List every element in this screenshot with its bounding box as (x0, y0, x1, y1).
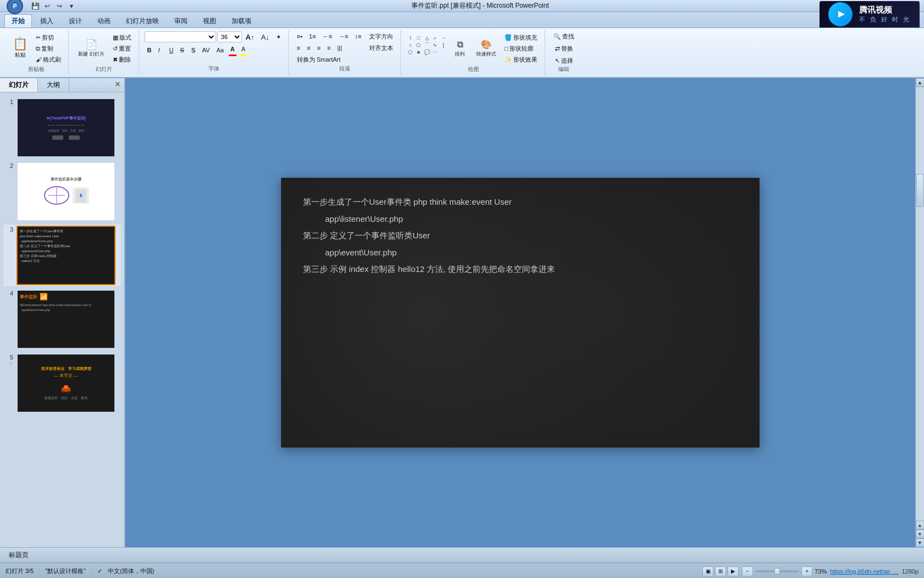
normal-view-button[interactable]: ▣ (702, 566, 713, 576)
slide-thumb-2[interactable]: 事件监听基本步骤 👤 (16, 162, 116, 221)
zoom-in-button[interactable]: + (801, 566, 812, 576)
shape-wavy[interactable]: ∿ (431, 42, 439, 48)
align-left-button[interactable]: ≡ (294, 43, 303, 53)
shape-line[interactable]: \ (406, 35, 414, 41)
slide-thumb-5[interactable]: 技术改变命运 学习成就梦想 — 本节完 — 新建监听 知识 实战 案例 (16, 353, 116, 413)
shape-more[interactable]: ⋯ (431, 49, 439, 56)
slide-item-1[interactable]: 1 ★{ThinkPHP事件监听} — — — — — — — — — 新建监听… (3, 97, 121, 159)
scroll-up-button[interactable]: ▲ (916, 78, 925, 87)
smartart-button[interactable]: 转换为 SmartArt (294, 54, 343, 64)
font-name-select[interactable] (145, 31, 216, 42)
font-color-button[interactable]: A (228, 44, 238, 54)
slide-item-5[interactable]: 5 ☆ 技术改变命运 学习成就梦想 — 本节完 — 新建监听 知识 实战 案例 (3, 352, 121, 414)
slide-info: 幻灯片 3/5 (6, 567, 34, 575)
slide-item-4[interactable]: 4 事件监听 📶 #[EventListener("app.think.make… (3, 288, 121, 350)
shape-brace[interactable]: { (439, 42, 447, 48)
align-text-button[interactable]: 对齐文本 (366, 43, 396, 53)
replace-button[interactable]: ⇄ 替换 (552, 43, 576, 53)
strikethrough-button[interactable]: S (178, 45, 188, 55)
highlight-button[interactable]: A (239, 44, 248, 54)
tab-insert[interactable]: 插入 (33, 14, 61, 28)
indent-less-button[interactable]: ←≡ (320, 31, 334, 41)
slide-thumb-3[interactable]: 第一步生成了一个User事件类 php think make:event Use… (16, 226, 116, 285)
format-painter-button[interactable]: 🖌 格式刷 (33, 54, 64, 64)
slideshow-button[interactable]: ▶ (728, 566, 739, 576)
shape-hexagon[interactable]: ⬡ (406, 49, 414, 56)
indent-more-button[interactable]: →≡ (336, 31, 351, 41)
increase-font-button[interactable]: A↑ (243, 32, 257, 42)
zoom-slider[interactable] (755, 570, 799, 572)
more-quick-btn[interactable]: ▾ (66, 1, 77, 12)
select-button[interactable]: ↖ 选择 (552, 56, 576, 66)
shape-rect[interactable]: □ (415, 35, 422, 41)
bottom-url[interactable]: https://log.b5dn.net/qq_... (830, 568, 898, 575)
line-spacing-button[interactable]: ↕≡ (352, 31, 364, 41)
shape-fill-button[interactable]: 🪣 形状填充 (502, 32, 540, 42)
shape-curve[interactable]: ⌒ (423, 42, 431, 48)
scrollbar-track[interactable] (916, 87, 924, 521)
shape-arrow[interactable]: → (439, 35, 447, 41)
slide-item-2[interactable]: 2 事件监听基本步骤 👤 (3, 161, 121, 222)
slide-thumb-1[interactable]: ★{ThinkPHP事件监听} — — — — — — — — — 新建监听 知… (16, 98, 116, 157)
change-case-button[interactable]: Aa (213, 45, 226, 55)
italic-button[interactable]: I (156, 45, 166, 55)
columns-button[interactable]: ||| (334, 43, 345, 53)
shape-callout[interactable]: 💬 (423, 49, 431, 56)
align-right-button[interactable]: ≡ (314, 43, 323, 53)
reset-button[interactable]: ↺ 重置 (110, 43, 134, 53)
layout-button[interactable]: ▦ 版式 (110, 32, 134, 42)
tab-animation[interactable]: 动画 (90, 14, 118, 28)
tab-slideshow[interactable]: 幻灯片放映 (119, 14, 166, 28)
redo-quick-btn[interactable]: ↪ (54, 1, 65, 12)
cut-button[interactable]: ✂ 剪切 (33, 32, 64, 42)
bold-button[interactable]: B (145, 45, 155, 55)
spacing-button[interactable]: AV (200, 45, 213, 55)
office-button[interactable]: P (7, 0, 23, 14)
copy-button[interactable]: ⧉ 复制 (33, 43, 64, 53)
tab-slides[interactable]: 幻灯片 (0, 78, 38, 92)
scroll-next-slide-button[interactable]: ▼ (916, 530, 925, 538)
tab-view[interactable]: 视图 (196, 14, 223, 28)
tab-outline[interactable]: 大纲 (38, 78, 69, 92)
text-direction-button[interactable]: 文字方向 (366, 31, 396, 41)
bullets-button[interactable]: ≡• (294, 31, 305, 41)
scrollbar-thumb[interactable] (916, 174, 924, 207)
scroll-prev-slide-button[interactable]: ▲ (916, 521, 925, 530)
paste-button[interactable]: 📋 粘贴 (9, 31, 31, 66)
tab-review[interactable]: 审阅 (167, 14, 195, 28)
ribbon-group-drawing: \ □ △ ⌐ → ○ ⬠ ⌒ ∿ { ⬡ ★ 💬 ⋯ (402, 30, 545, 75)
shape-pentagon[interactable]: ⬠ (415, 42, 422, 48)
shape-triangle[interactable]: △ (423, 35, 431, 41)
delete-button[interactable]: ✖ 删除 (110, 54, 134, 64)
decrease-font-button[interactable]: A↓ (258, 32, 272, 42)
zoom-thumb[interactable] (774, 568, 780, 575)
font-size-select[interactable]: 36 (217, 31, 242, 42)
tab-home[interactable]: 开始 (4, 14, 32, 28)
tab-design[interactable]: 设计 (62, 14, 89, 28)
arrange-button[interactable]: ⧉ 排列 (449, 31, 471, 66)
save-quick-btn[interactable]: 💾 (30, 1, 41, 12)
clear-format-button[interactable]: ✦ (273, 32, 284, 42)
shape-outline-button[interactable]: □ 形状轮廓 (502, 43, 540, 53)
zoom-out-button[interactable]: − (742, 566, 753, 576)
shape-effects-button[interactable]: ✨ 形状效果 (502, 54, 540, 64)
shape-star[interactable]: ★ (415, 49, 422, 56)
quick-styles-button[interactable]: 🎨 快速样式 (472, 31, 500, 66)
align-center-button[interactable]: ≡ (304, 43, 313, 53)
justify-button[interactable]: ≡ (324, 43, 333, 53)
slide-thumb-4[interactable]: 事件监听 📶 #[EventListener("app.think.make:n… (16, 290, 116, 349)
scroll-down-button[interactable]: ▼ (916, 538, 925, 547)
tab-addons[interactable]: 加载项 (224, 14, 258, 28)
slide-sorter-button[interactable]: ⊞ (715, 566, 726, 576)
slide-canvas[interactable]: 第一步生成了一个User事件类 php think make:event Use… (281, 178, 760, 448)
slide-item-3[interactable]: 3 第一步生成了一个User事件类 php think make:event U… (3, 225, 121, 286)
new-slide-button[interactable]: 📄 新建 幻灯片 (74, 31, 108, 66)
find-button[interactable]: 🔍 查找 (551, 31, 577, 41)
numbering-button[interactable]: 1≡ (306, 31, 319, 41)
side-panel-close[interactable]: ✕ (111, 78, 124, 92)
shape-circle[interactable]: ○ (406, 42, 414, 48)
shape-angle[interactable]: ⌐ (431, 35, 439, 41)
underline-button[interactable]: U (167, 45, 177, 55)
undo-quick-btn[interactable]: ↩ (42, 1, 53, 12)
shadow-button[interactable]: S (189, 45, 199, 55)
